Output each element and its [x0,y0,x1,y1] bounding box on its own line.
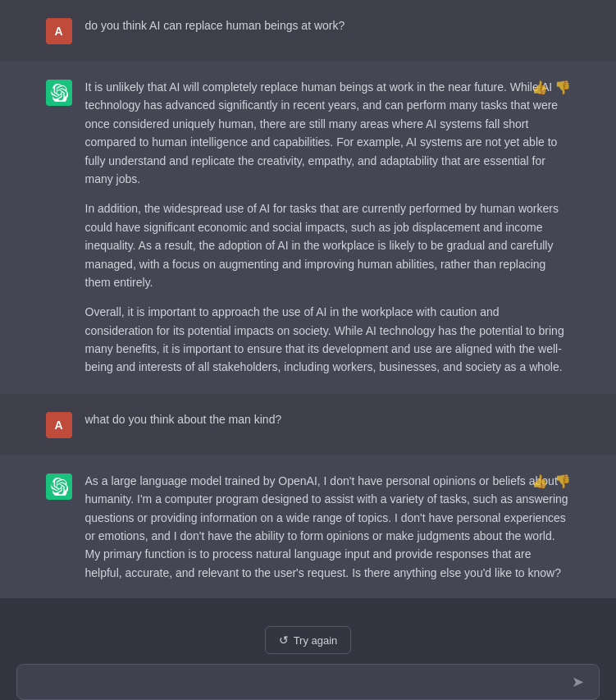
thumbdown-icon-1[interactable]: 👎 [554,80,571,95]
ai-message-content-2: As a large language model trained by Ope… [85,472,571,582]
user-avatar-2: A [46,412,72,438]
feedback-icons-1: 👍 👎 [532,80,571,95]
bottom-section: ↺ Try again ➤ [0,616,616,700]
ai-message-content-1: It is unlikely that AI will completely r… [85,78,571,377]
ai-message-1: It is unlikely that AI will completely r… [0,62,616,393]
openai-icon [50,84,68,102]
ai-message-2: As a large language model trained by Ope… [0,455,616,598]
openai-icon-2 [50,478,68,496]
send-icon: ➤ [572,673,584,691]
feedback-icons-2: 👍 👎 [532,474,571,489]
user-message-1: A do you think AI can replace human bein… [0,0,616,61]
chat-input[interactable] [29,675,568,689]
thumbup-icon-2[interactable]: 👍 [532,474,548,489]
ai-avatar-2 [46,474,72,500]
ai-avatar-1 [46,80,72,106]
thumbdown-icon-2[interactable]: 👎 [554,474,571,489]
thumbup-icon-1[interactable]: 👍 [532,80,548,95]
user-avatar-1: A [46,18,72,44]
send-button[interactable]: ➤ [568,673,587,691]
try-again-button[interactable]: ↺ Try again [265,626,352,654]
chat-container: A do you think AI can replace human bein… [0,0,616,616]
refresh-icon: ↺ [279,634,289,647]
input-area: ➤ [16,664,600,700]
user-message-text-1: do you think AI can replace human beings… [85,16,571,34]
user-message-text-2: what do you think about the man kind? [85,410,571,428]
user-message-2: A what do you think about the man kind? [0,394,616,455]
